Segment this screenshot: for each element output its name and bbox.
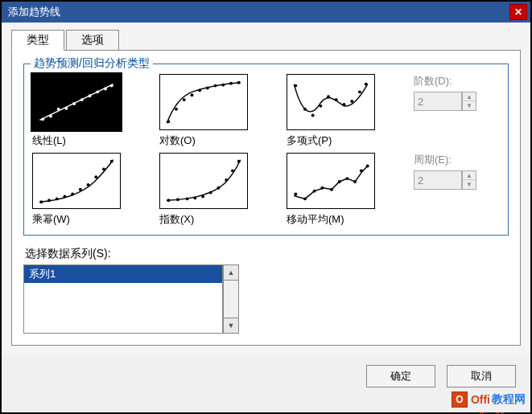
series-listbox[interactable]: 系列1 bbox=[23, 264, 223, 334]
svg-point-26 bbox=[335, 98, 338, 101]
order-label: 阶数(D): bbox=[414, 74, 452, 88]
order-spinner: ▲ ▼ bbox=[414, 92, 476, 111]
svg-point-19 bbox=[229, 82, 233, 85]
svg-point-42 bbox=[176, 198, 179, 201]
option-log[interactable]: 对数(O) bbox=[159, 74, 272, 148]
tab-options[interactable]: 选项 bbox=[66, 30, 119, 51]
svg-point-47 bbox=[217, 187, 221, 190]
dialog-footer: 确定 取消 bbox=[2, 355, 530, 396]
order-input bbox=[414, 92, 462, 111]
dialog-body: 类型 选项 趋势预测/回归分析类型 线性(L) bbox=[2, 23, 530, 355]
scroll-track[interactable] bbox=[223, 281, 239, 318]
svg-point-11 bbox=[167, 120, 170, 123]
option-poly[interactable]: 多项式(P) bbox=[287, 74, 399, 148]
tab-panel-type: 趋势预测/回归分析类型 线性(L) bbox=[11, 50, 521, 346]
svg-point-51 bbox=[294, 193, 297, 196]
order-control: 阶数(D): ▲ ▼ bbox=[414, 74, 510, 111]
svg-point-22 bbox=[303, 108, 307, 111]
caption-poly: 多项式(P) bbox=[287, 133, 332, 148]
dialog-title: 添加趋势线 bbox=[8, 5, 509, 19]
svg-point-56 bbox=[338, 180, 341, 183]
svg-point-34 bbox=[63, 195, 66, 198]
trendline-type-group: 趋势预测/回归分析类型 线性(L) bbox=[23, 64, 509, 236]
svg-point-40 bbox=[110, 160, 113, 163]
period-input bbox=[414, 170, 462, 190]
svg-point-39 bbox=[102, 167, 105, 170]
svg-point-52 bbox=[303, 197, 307, 200]
svg-point-25 bbox=[327, 95, 330, 98]
thumb-ma bbox=[287, 153, 375, 209]
scroll-down-icon[interactable]: ▼ bbox=[223, 318, 239, 334]
option-linear[interactable]: 线性(L) bbox=[32, 74, 145, 148]
titlebar: 添加趋势线 ✕ bbox=[2, 2, 530, 23]
series-item[interactable]: 系列1 bbox=[24, 265, 222, 283]
svg-point-16 bbox=[206, 87, 209, 90]
close-button[interactable]: ✕ bbox=[509, 4, 527, 20]
thumb-power bbox=[32, 153, 121, 209]
svg-point-43 bbox=[186, 197, 189, 200]
svg-point-58 bbox=[353, 180, 357, 183]
svg-point-45 bbox=[201, 195, 204, 198]
caption-linear: 线性(L) bbox=[32, 133, 66, 148]
svg-point-7 bbox=[89, 94, 92, 97]
svg-point-14 bbox=[190, 93, 193, 96]
svg-point-28 bbox=[350, 100, 353, 103]
svg-point-54 bbox=[320, 187, 324, 190]
svg-point-37 bbox=[87, 183, 90, 187]
watermark-url: www.office26.com bbox=[453, 411, 524, 414]
tab-strip: 类型 选项 bbox=[11, 30, 521, 51]
svg-point-18 bbox=[221, 84, 225, 87]
group-legend: 趋势预测/回归分析类型 bbox=[31, 56, 153, 71]
svg-point-57 bbox=[345, 177, 348, 180]
thumb-exp bbox=[159, 153, 248, 209]
svg-point-32 bbox=[47, 199, 51, 202]
svg-point-33 bbox=[56, 197, 59, 200]
svg-point-1 bbox=[41, 117, 44, 121]
period-spinner: ▲ ▼ bbox=[414, 170, 476, 190]
cancel-button[interactable]: 取消 bbox=[447, 365, 516, 387]
spin-up-icon: ▲ bbox=[463, 92, 476, 101]
series-label: 选择数据系列(S): bbox=[25, 247, 509, 261]
svg-point-30 bbox=[365, 83, 368, 86]
svg-point-5 bbox=[72, 102, 76, 105]
svg-point-41 bbox=[167, 199, 170, 202]
thumb-linear bbox=[32, 74, 121, 130]
svg-point-3 bbox=[57, 108, 60, 111]
svg-point-17 bbox=[214, 84, 217, 88]
period-control: 周期(E): ▲ ▼ bbox=[414, 153, 510, 190]
svg-point-44 bbox=[193, 196, 196, 199]
thumb-poly bbox=[287, 74, 375, 130]
spin-down-icon: ▼ bbox=[463, 101, 476, 110]
series-list-wrap: 系列1 ▲ ▼ bbox=[23, 264, 509, 334]
thumb-log bbox=[159, 74, 248, 130]
svg-point-21 bbox=[294, 84, 297, 88]
option-exp[interactable]: 指数(X) bbox=[159, 153, 272, 227]
svg-point-13 bbox=[183, 98, 186, 101]
svg-point-59 bbox=[360, 169, 363, 172]
period-spin-buttons: ▲ ▼ bbox=[462, 170, 476, 190]
option-ma[interactable]: 移动平均(M) bbox=[287, 153, 399, 227]
spin-down-icon: ▼ bbox=[463, 180, 476, 189]
svg-point-53 bbox=[313, 190, 316, 193]
svg-point-4 bbox=[64, 107, 68, 110]
svg-point-10 bbox=[110, 84, 113, 88]
period-label: 周期(E): bbox=[414, 153, 452, 167]
ok-button[interactable]: 确定 bbox=[366, 365, 435, 387]
dialog-window: 添加趋势线 ✕ 类型 选项 趋势预测/回归分析类型 bbox=[0, 0, 532, 414]
caption-ma: 移动平均(M) bbox=[287, 212, 344, 227]
trendline-grid: 线性(L) 对数(O) bbox=[32, 74, 500, 227]
scroll-up-icon[interactable]: ▲ bbox=[223, 264, 239, 281]
svg-point-36 bbox=[79, 188, 82, 191]
svg-point-55 bbox=[330, 188, 333, 191]
svg-point-46 bbox=[209, 191, 212, 195]
caption-power: 乘幂(W) bbox=[32, 212, 70, 227]
svg-point-2 bbox=[49, 115, 52, 118]
svg-point-20 bbox=[237, 81, 241, 84]
svg-point-29 bbox=[358, 90, 361, 93]
svg-point-24 bbox=[319, 105, 322, 108]
option-power[interactable]: 乘幂(W) bbox=[32, 153, 145, 227]
svg-point-15 bbox=[198, 88, 201, 92]
tab-type[interactable]: 类型 bbox=[11, 30, 64, 51]
series-scrollbar[interactable]: ▲ ▼ bbox=[223, 264, 239, 334]
svg-point-38 bbox=[94, 175, 97, 178]
